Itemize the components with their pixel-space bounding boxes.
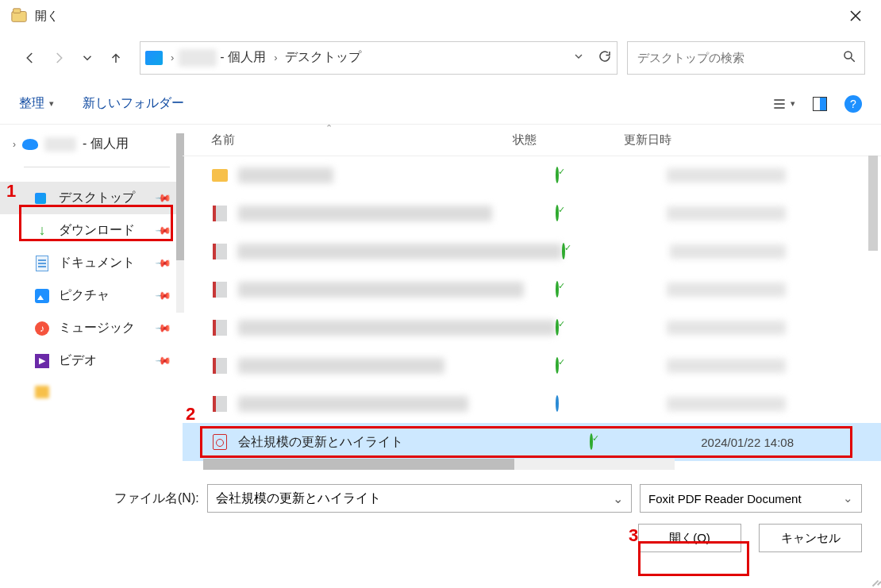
file-name-redacted — [238, 358, 444, 374]
annotation-label-1: 1 — [6, 181, 16, 202]
sidebar-item-label: デスクトップ — [59, 190, 135, 206]
chevron-down-icon: ▾ — [791, 98, 795, 109]
sidebar-item-pictures[interactable]: ピクチャ 📌 — [0, 279, 183, 312]
column-headers[interactable]: ⌃ 名前 状態 更新日時 — [183, 125, 881, 156]
tree-root-item[interactable]: › - 個人用 — [0, 131, 183, 157]
organize-menu[interactable]: 整理 ▾ — [19, 95, 54, 112]
file-row[interactable] — [183, 347, 881, 385]
chevron-right-icon[interactable]: › — [13, 139, 16, 150]
pdf-icon — [211, 243, 228, 260]
sidebar-item-documents[interactable]: ドキュメント 📌 — [0, 247, 183, 279]
open-button[interactable]: 開く(O) — [638, 524, 741, 552]
file-list: ⌃ 名前 状態 更新日時 — [183, 125, 881, 470]
file-row[interactable] — [183, 271, 881, 309]
sidebar-item-videos[interactable]: ▶ ビデオ 📌 — [0, 344, 183, 377]
sidebar-item-label: ビデオ — [59, 352, 97, 369]
chevron-down-icon[interactable]: ⌄ — [613, 491, 623, 506]
search-box[interactable] — [627, 41, 865, 75]
filename-value: 会社規模の更新とハイライト — [216, 490, 381, 507]
recent-dropdown[interactable] — [73, 44, 102, 72]
pdf-icon — [211, 433, 229, 451]
horizontal-scrollbar[interactable] — [203, 459, 675, 470]
address-dropdown[interactable] — [572, 50, 585, 66]
file-date-redacted — [667, 397, 786, 411]
annotation-label-3: 3 — [629, 525, 638, 546]
pdf-icon — [211, 395, 229, 413]
sidebar: › - 個人用 デスクトップ 📌 ↓ ダウンロード 📌 ドキュメント 📌 ピクチ… — [0, 125, 183, 470]
file-row[interactable] — [183, 194, 881, 233]
close-button[interactable] — [840, 0, 871, 32]
path-segment-user-redacted — [179, 49, 217, 67]
pin-icon: 📌 — [155, 190, 172, 207]
document-icon — [35, 256, 49, 271]
pdf-icon — [211, 319, 229, 336]
filetype-select[interactable]: Foxit PDF Reader Document ⌄ — [640, 484, 862, 513]
column-name[interactable]: 名前 — [211, 133, 513, 148]
divider — [24, 167, 170, 167]
back-button[interactable] — [16, 44, 44, 72]
chevron-down-icon[interactable]: ⌄ — [843, 491, 853, 505]
chevron-down-icon: ▾ — [49, 98, 54, 109]
sync-status-icon — [556, 397, 667, 411]
file-date-redacted — [667, 168, 786, 183]
view-mode-menu[interactable]: ▾ — [771, 96, 795, 112]
resize-grip[interactable] — [868, 575, 879, 586]
new-folder-button[interactable]: 新しいフォルダー — [83, 95, 184, 112]
file-row[interactable] — [183, 156, 881, 194]
cancel-button[interactable]: キャンセル — [759, 524, 862, 552]
folder-icon — [211, 167, 229, 184]
pdf-icon — [211, 205, 229, 222]
folder-icon — [35, 385, 49, 399]
sidebar-label-redacted — [59, 385, 146, 399]
sync-status-icon — [556, 168, 667, 183]
column-status[interactable]: 状態 — [513, 133, 624, 148]
chevron-right-icon: › — [274, 52, 277, 63]
file-date-redacted — [667, 321, 786, 335]
sidebar-item-music[interactable]: ♪ ミュージック 📌 — [0, 312, 183, 344]
filename-label: ファイル名(N): — [114, 490, 199, 507]
onedrive-icon — [22, 139, 38, 150]
file-row[interactable] — [183, 385, 881, 423]
column-date[interactable]: 更新日時 — [624, 133, 671, 148]
file-row[interactable] — [183, 233, 881, 271]
sync-status-icon — [556, 282, 667, 297]
window-title: 開く — [35, 9, 59, 24]
path-segment-user[interactable]: - 個人用 — [217, 49, 269, 66]
sync-status-icon — [562, 244, 670, 259]
preview-pane-toggle[interactable] — [813, 97, 827, 111]
title-bar: 開く — [0, 0, 881, 32]
file-name-redacted — [238, 167, 333, 183]
file-date-redacted — [670, 244, 786, 259]
sidebar-item-label: ドキュメント — [59, 255, 135, 271]
address-bar[interactable]: › - 個人用 › デスクトップ — [140, 41, 617, 75]
pin-icon: 📌 — [155, 287, 172, 305]
filename-input[interactable]: 会社規模の更新とハイライト ⌄ — [207, 484, 632, 513]
file-name-redacted — [238, 206, 492, 221]
pin-icon: 📌 — [155, 352, 172, 370]
file-name-redacted — [238, 320, 556, 336]
forward-button[interactable] — [44, 44, 73, 72]
sidebar-item-desktop[interactable]: デスクトップ 📌 — [0, 182, 183, 214]
sidebar-item-redacted[interactable] — [0, 377, 183, 407]
sort-indicator-icon: ⌃ — [325, 125, 333, 133]
up-button[interactable] — [102, 44, 130, 72]
search-input[interactable] — [636, 50, 842, 65]
help-button[interactable]: ? — [844, 95, 862, 113]
footer: ファイル名(N): 会社規模の更新とハイライト ⌄ Foxit PDF Read… — [0, 470, 881, 562]
file-name-redacted — [238, 282, 524, 298]
sidebar-item-downloads[interactable]: ↓ ダウンロード 📌 — [0, 214, 183, 247]
file-date-redacted — [667, 206, 786, 221]
search-icon[interactable] — [842, 49, 856, 67]
app-icon — [10, 6, 29, 25]
filetype-value: Foxit PDF Reader Document — [648, 492, 802, 505]
refresh-button[interactable] — [598, 49, 612, 67]
toolbar: 整理 ▾ 新しいフォルダー ▾ ? — [0, 83, 881, 125]
chevron-right-icon: › — [171, 52, 174, 63]
location-icon — [145, 51, 163, 65]
path-segment-location[interactable]: デスクトップ — [282, 49, 364, 66]
svg-rect-1 — [13, 9, 21, 13]
file-row[interactable] — [183, 309, 881, 347]
list-scrollbar[interactable] — [868, 156, 878, 421]
file-row-selected[interactable]: 会社規模の更新とハイライト 2024/01/22 14:08 — [183, 423, 881, 461]
annotation-label-2: 2 — [186, 404, 195, 425]
